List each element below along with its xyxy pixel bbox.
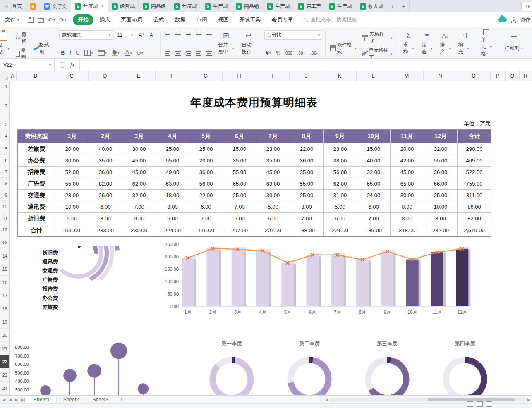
- row-header-7[interactable]: 7: [0, 166, 9, 178]
- row-header-8[interactable]: 8: [0, 178, 9, 189]
- scroll-left-icon[interactable]: ◀: [325, 398, 328, 402]
- shading-button[interactable]: ▾: [96, 50, 109, 56]
- comma-format-button[interactable]: 000: [284, 50, 294, 56]
- column-header-G[interactable]: G: [189, 71, 223, 81]
- align-right-button[interactable]: [184, 51, 193, 56]
- number-format-select[interactable]: 百分比▾: [264, 30, 322, 40]
- percent-format-button[interactable]: %: [274, 50, 282, 56]
- increase-indent-button[interactable]: [205, 30, 213, 36]
- save-button[interactable]: [28, 17, 34, 23]
- doc-tab-生产成[interactable]: S生产成: [325, 0, 356, 12]
- format-painter-button[interactable]: 格式刷: [32, 41, 53, 56]
- sheet-tab-Sheet2[interactable]: Sheet2: [57, 396, 86, 404]
- conditional-format-button[interactable]: 条件格式▾: [328, 41, 358, 56]
- doc-tab-收入成[interactable]: S收入成: [356, 0, 387, 12]
- new-document-tab-button[interactable]: +: [398, 0, 410, 12]
- command-search[interactable]: 查找命令、搜索模板: [304, 17, 357, 24]
- align-middle-button[interactable]: [174, 30, 182, 36]
- column-header-J[interactable]: J: [290, 71, 323, 81]
- menu-tab-开始[interactable]: 开始: [73, 14, 93, 25]
- zoom-formula-icon[interactable]: [60, 62, 65, 68]
- sheet-tab-Sheet3[interactable]: Sheet3: [86, 396, 115, 404]
- doc-tab-生产成[interactable]: S生产成: [263, 0, 294, 12]
- menu-tab-视图[interactable]: 视图: [213, 14, 233, 25]
- undo-button[interactable]: ↶▾: [48, 17, 55, 23]
- row-header-10[interactable]: 10: [0, 201, 9, 212]
- underline-button[interactable]: U: [74, 50, 81, 56]
- row-header-5[interactable]: 5: [0, 143, 9, 155]
- row-header-24[interactable]: 24: [0, 382, 9, 395]
- borders-button[interactable]: ▾: [83, 50, 95, 56]
- menu-tab-公式[interactable]: 公式: [148, 14, 169, 25]
- menu-tab-会员专享[interactable]: 会员专享: [266, 14, 298, 25]
- page-break-view-icon[interactable]: [486, 401, 492, 407]
- select-all-corner[interactable]: [0, 71, 9, 81]
- row-header-9[interactable]: 9: [0, 189, 9, 201]
- redo-button[interactable]: ↷▾: [59, 17, 66, 23]
- doc-tab-年度成[interactable]: S年度成: [170, 0, 201, 12]
- column-header-C[interactable]: C: [55, 71, 89, 81]
- row-header-4[interactable]: 4: [0, 129, 9, 143]
- row-header-14[interactable]: 14: [0, 249, 9, 262]
- font-name-select[interactable]: 微软雅黑▾: [59, 30, 113, 40]
- row-header-20[interactable]: 20: [0, 329, 9, 342]
- fill-color-button[interactable]: ▾: [110, 50, 121, 56]
- row-header-3[interactable]: 3: [0, 119, 9, 129]
- column-header-Q[interactable]: Q: [506, 71, 520, 81]
- doc-tab-商品经[interactable]: S商品经: [139, 0, 170, 12]
- row-header-11[interactable]: 11: [0, 212, 9, 224]
- menu-tab-页面布局[interactable]: 页面布局: [116, 14, 147, 25]
- scrollbar-thumb[interactable]: [428, 398, 515, 401]
- row-header-13[interactable]: 13: [0, 236, 9, 249]
- clear-format-button[interactable]: ◇▾: [135, 50, 145, 56]
- doc-tab-年度成[interactable]: S年度成×: [71, 0, 108, 12]
- column-header-L[interactable]: L: [357, 71, 390, 81]
- doc-tab-完工产[interactable]: S完工产: [294, 0, 325, 12]
- filter-button[interactable]: 筛选▾: [419, 29, 435, 57]
- next-sheet-button[interactable]: ▶: [13, 398, 19, 402]
- doc-tab-文字文[interactable]: W文字文: [40, 0, 71, 12]
- menu-tab-插入[interactable]: 插入: [94, 14, 115, 25]
- cells-button[interactable]: 单元格▾: [478, 29, 495, 57]
- row-header-23[interactable]: 23: [0, 368, 9, 382]
- row-header-21[interactable]: 21: [0, 342, 9, 355]
- menu-tab-数据[interactable]: 数据: [170, 14, 190, 25]
- add-sheet-button[interactable]: +: [115, 396, 127, 403]
- page-layout-view-icon[interactable]: [477, 401, 483, 407]
- first-sheet-button[interactable]: |◀: [0, 398, 7, 402]
- decrease-decimal-button[interactable]: .00-: [309, 50, 319, 56]
- column-header-O[interactable]: O: [457, 71, 491, 81]
- category-lollipop-chart[interactable]: 800.00700.00600.00500.00400.00300.00: [7, 340, 192, 395]
- column-header-P[interactable]: P: [491, 71, 506, 81]
- copy-button[interactable]: 复制: [14, 46, 31, 59]
- rows-cols-button[interactable]: 行和列▾: [496, 29, 531, 57]
- column-header-A[interactable]: A: [9, 71, 17, 81]
- wrap-text-button[interactable]: ↩ 自动换行: [239, 29, 258, 57]
- row-header-17[interactable]: 17: [0, 289, 9, 302]
- collaborate-button[interactable]: 协作: [520, 17, 530, 24]
- increase-decimal-button[interactable]: .00+: [296, 50, 307, 56]
- row-header-1[interactable]: 1: [0, 81, 9, 92]
- menu-tab-审阅[interactable]: 审阅: [191, 14, 212, 25]
- column-header-R[interactable]: R: [520, 71, 532, 81]
- paste-button[interactable]: 粘贴▾: [0, 29, 12, 57]
- column-header-F[interactable]: F: [156, 71, 189, 81]
- justify-button[interactable]: [194, 51, 203, 56]
- column-header-N[interactable]: N: [424, 71, 457, 81]
- row-header-18[interactable]: 18: [0, 302, 9, 315]
- row-header-19[interactable]: 19: [0, 315, 9, 329]
- sheet-tab-Sheet1[interactable]: Sheet1: [26, 396, 56, 404]
- merge-center-button[interactable]: ⊞ 合并居中▾: [215, 29, 237, 57]
- monthly-combo-chart[interactable]: 250.00200.00150.00100.0050.000.001月2月3月4…: [158, 239, 472, 320]
- cloud-sync-icon[interactable]: [498, 17, 507, 22]
- column-header-H[interactable]: H: [223, 71, 256, 81]
- cell-name-box[interactable]: V22 ▾: [0, 59, 55, 71]
- italic-button[interactable]: I: [68, 50, 72, 56]
- quarter-gauge-charts[interactable]: 第一季度第二季度第三季度第四季度: [186, 340, 532, 395]
- doc-tab-首页[interactable]: ⌂首页: [0, 0, 26, 12]
- menu-tab-开发工具[interactable]: 开发工具: [234, 14, 266, 25]
- prev-sheet-button[interactable]: ◀: [7, 398, 13, 402]
- column-header-I[interactable]: I: [256, 71, 290, 81]
- doc-tab-商品销[interactable]: S商品销: [232, 0, 263, 12]
- print-button[interactable]: [38, 17, 44, 23]
